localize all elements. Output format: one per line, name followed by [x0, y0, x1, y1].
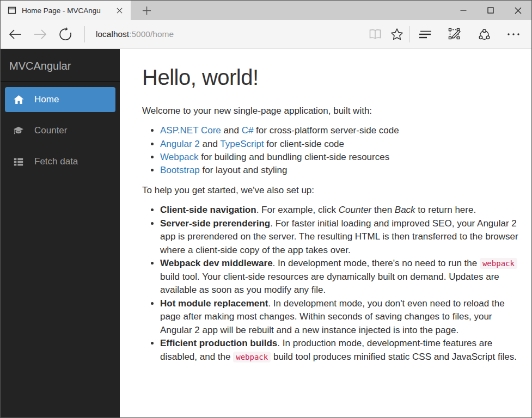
back-button[interactable] [3, 22, 28, 46]
new-tab-button[interactable] [131, 1, 162, 20]
text-segment: build tool. Your client-side resources a… [160, 272, 499, 295]
features-list: Client-side navigation. For example, cli… [142, 204, 523, 364]
close-button[interactable] [504, 1, 531, 20]
page-title: Hello, world! [142, 62, 523, 94]
feature-name: Client-side navigation [160, 205, 256, 215]
feature-name: Server-side prerendering [160, 218, 270, 229]
code-chip: webpack [480, 258, 517, 269]
hub-icon[interactable] [411, 22, 440, 46]
main-content: Hello, world! Welcome to your new single… [120, 49, 531, 417]
list-item: Angular 2 and TypeScript for client-side… [160, 138, 523, 151]
sidebar: MVCAngular Home [1, 49, 120, 417]
toolbar-divider [409, 26, 409, 42]
feature-name: Webpack dev middleware [160, 258, 273, 268]
text-segment: to return here. [415, 205, 476, 215]
share-icon[interactable] [469, 22, 499, 46]
favorites-star-icon[interactable] [386, 22, 408, 46]
text-segment: for building and bundling client-side re… [199, 152, 390, 162]
page-content: MVCAngular Home [1, 49, 531, 417]
app-brand[interactable]: MVCAngular [1, 49, 120, 81]
inline-link[interactable]: ASP.NET Core [160, 125, 221, 136]
code-chip: webpack [233, 352, 271, 362]
inline-link[interactable]: TypeScript [220, 139, 264, 149]
address-bar[interactable]: localhost:5000/home [96, 29, 174, 39]
inline-link[interactable]: Angular 2 [160, 139, 200, 149]
web-note-icon[interactable] [440, 22, 469, 46]
intro-paragraph: Welcome to your new single-page applicat… [142, 104, 523, 118]
minimize-button[interactable] [450, 1, 477, 20]
text-segment: for client-side code [264, 139, 344, 149]
url-path: :5000/home [129, 29, 174, 39]
title-bar: Home Page - MVCAngu [1, 1, 531, 20]
toolbar-divider [84, 26, 85, 42]
tab-title: Home Page - MVCAngu [22, 7, 112, 15]
maximize-button[interactable] [477, 1, 504, 20]
refresh-button[interactable] [53, 22, 78, 46]
tab-close-icon[interactable] [112, 3, 126, 17]
text-segment: . For example, click [256, 205, 339, 215]
text-segment: . In development mode, there's no need t… [273, 258, 480, 268]
tech-list: ASP.NET Core and C# for cross-platform s… [142, 124, 523, 177]
page-icon [7, 5, 17, 15]
inline-link[interactable]: Webpack [160, 152, 199, 162]
list-item: Hot module replacement. In development m… [160, 297, 523, 337]
emphasized-text: Counter [339, 205, 371, 215]
inline-link[interactable]: Bootstrap [160, 165, 200, 175]
text-segment: then [371, 205, 395, 215]
text-segment: and [200, 139, 221, 149]
text-segment: for cross-platform server-side code [253, 125, 399, 136]
sidebar-item-fetch-data[interactable]: Fetch data [5, 149, 115, 174]
feature-name: Hot module replacement [160, 298, 268, 309]
education-icon [13, 126, 25, 136]
reading-view-icon[interactable] [364, 22, 386, 46]
more-options-icon[interactable] [499, 22, 528, 46]
titlebar-spacer [162, 1, 450, 20]
th-list-icon [13, 157, 25, 167]
feature-name: Efficient production builds [160, 338, 277, 348]
browser-tab[interactable]: Home Page - MVCAngu [1, 1, 131, 20]
list-item: Client-side navigation. For example, cli… [160, 204, 523, 217]
sidebar-nav: Home Counter [1, 82, 120, 186]
inline-link[interactable]: C# [242, 125, 254, 136]
browser-toolbar: localhost:5000/home [1, 20, 531, 49]
text-segment: for layout and styling [200, 165, 288, 175]
emphasized-text: Back [395, 205, 415, 215]
sidebar-item-label: Counter [34, 125, 67, 136]
text-segment: build tool produces minified static CSS … [271, 352, 517, 362]
list-item: Bootstrap for layout and styling [160, 164, 523, 177]
browser-window: Home Page - MVCAngu [0, 0, 532, 418]
sidebar-item-label: Home [34, 94, 59, 105]
sidebar-item-home[interactable]: Home [5, 87, 115, 112]
forward-button[interactable] [28, 22, 53, 46]
setup-paragraph: To help you get started, we've also set … [142, 184, 523, 197]
list-item: Efficient production builds. In producti… [160, 337, 523, 364]
toolbar-right-group [364, 22, 528, 46]
sidebar-item-label: Fetch data [34, 156, 78, 167]
url-host: localhost [96, 29, 129, 39]
text-segment: and [221, 125, 242, 136]
list-item: Webpack for building and bundling client… [160, 151, 523, 164]
sidebar-item-counter[interactable]: Counter [5, 118, 115, 143]
list-item: Server-side prerendering. For faster ini… [160, 217, 523, 257]
list-item: ASP.NET Core and C# for cross-platform s… [160, 124, 523, 137]
home-icon [13, 95, 25, 104]
list-item: Webpack dev middleware. In development m… [160, 257, 523, 297]
window-controls [450, 1, 531, 20]
